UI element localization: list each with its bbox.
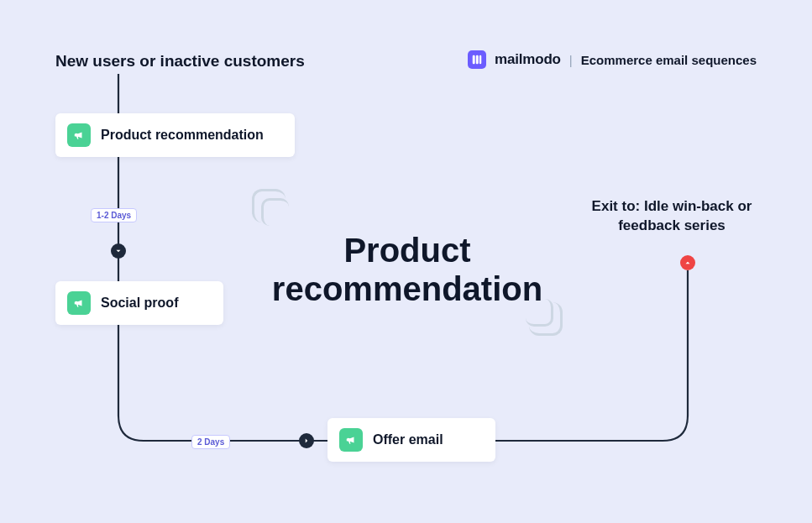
delay-badge: 1-2 Days bbox=[91, 208, 137, 222]
megaphone-icon bbox=[67, 291, 91, 315]
svg-rect-2 bbox=[473, 55, 475, 65]
chevron-down-icon bbox=[111, 243, 126, 259]
brand-subtitle: Ecommerce email sequences bbox=[581, 53, 757, 67]
exit-label: Exit to: Idle win-back or feedback serie… bbox=[575, 197, 768, 236]
delay-badge: 2 Days bbox=[191, 435, 230, 449]
step-social-proof: Social proof bbox=[55, 281, 223, 325]
decorative-corner-icon bbox=[529, 302, 563, 336]
diagram-canvas: New users or inactive customers mailmodo… bbox=[0, 0, 812, 523]
separator: | bbox=[569, 53, 573, 67]
step-product-recommendation: Product recommendation bbox=[55, 113, 295, 157]
brand-name: mailmodo bbox=[495, 51, 561, 68]
entry-point-label: New users or inactive customers bbox=[55, 52, 305, 71]
step-label: Offer email bbox=[373, 432, 443, 447]
brand-header: mailmodo | Ecommerce email sequences bbox=[468, 50, 757, 69]
chevron-up-icon bbox=[680, 255, 695, 270]
diagram-title: Product recommendation bbox=[252, 231, 563, 308]
svg-rect-3 bbox=[476, 55, 479, 65]
step-offer-email: Offer email bbox=[327, 418, 495, 462]
step-label: Social proof bbox=[101, 295, 178, 311]
mailmodo-logo-icon bbox=[468, 50, 486, 69]
megaphone-icon bbox=[67, 123, 91, 147]
megaphone-icon bbox=[339, 428, 363, 452]
decorative-corner-icon bbox=[252, 189, 286, 222]
chevron-right-icon bbox=[299, 433, 314, 448]
svg-rect-4 bbox=[479, 55, 481, 65]
step-label: Product recommendation bbox=[101, 128, 264, 143]
